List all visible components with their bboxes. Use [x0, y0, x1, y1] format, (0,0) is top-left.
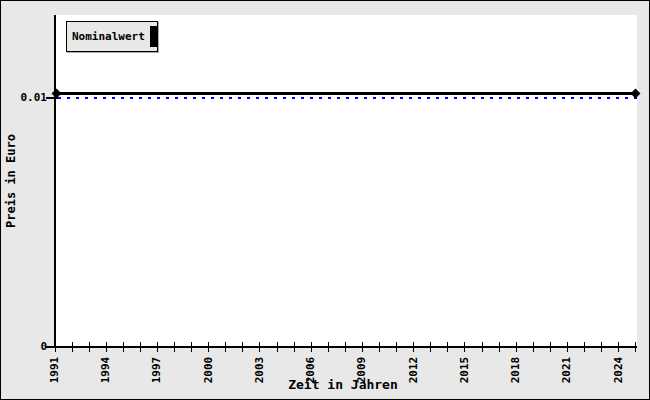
- chart-canvas: 1991199419972000200320062009201220152018…: [0, 0, 650, 400]
- x-tick: [464, 342, 465, 352]
- x-tick: [140, 342, 141, 352]
- x-tick: [550, 342, 551, 352]
- legend: Nominalwert: [66, 21, 158, 52]
- x-tick: [618, 342, 619, 352]
- legend-marker: [150, 26, 157, 47]
- x-tick: [123, 342, 124, 352]
- x-tick-label: 2021: [561, 354, 573, 386]
- x-tick-label: 1997: [151, 354, 163, 386]
- legend-label: Nominalwert: [72, 30, 145, 43]
- x-tick: [396, 342, 397, 352]
- x-tick: [584, 342, 585, 352]
- x-tick: [499, 342, 500, 352]
- x-tick: [516, 342, 517, 352]
- x-tick: [174, 342, 175, 352]
- x-tick: [294, 342, 295, 352]
- x-tick: [311, 342, 312, 352]
- x-tick: [635, 342, 636, 352]
- x-tick-label: 1991: [49, 354, 61, 386]
- x-tick: [447, 342, 448, 352]
- x-tick: [225, 342, 226, 352]
- x-tick: [601, 342, 602, 352]
- plot-area: [56, 15, 637, 346]
- y-axis-line: [54, 15, 56, 348]
- x-tick: [242, 342, 243, 352]
- x-tick: [328, 342, 329, 352]
- x-tick: [72, 342, 73, 352]
- x-tick: [430, 342, 431, 352]
- nominalwert-line: [55, 92, 636, 95]
- x-tick-label: 2015: [459, 354, 471, 386]
- x-tick: [362, 342, 363, 352]
- x-tick-label: 2018: [510, 354, 522, 386]
- x-tick: [191, 342, 192, 352]
- x-tick-label: 2000: [203, 354, 215, 386]
- y-tick-label: 0: [13, 341, 47, 353]
- x-tick: [567, 342, 568, 352]
- x-tick: [379, 342, 380, 352]
- reference-gridline: [58, 97, 637, 99]
- x-tick: [89, 342, 90, 352]
- x-tick: [157, 342, 158, 352]
- y-axis-title: Preis in Euro: [4, 126, 18, 236]
- y-tick: [46, 346, 59, 348]
- x-tick: [259, 342, 260, 352]
- x-tick: [208, 342, 209, 352]
- x-tick-label: 2024: [613, 354, 625, 386]
- x-tick: [277, 342, 278, 352]
- y-tick-label: 0.01: [13, 92, 47, 104]
- x-tick: [533, 342, 534, 352]
- x-tick-label: 1994: [100, 354, 112, 386]
- x-tick: [106, 342, 107, 352]
- x-axis-title: Zeit in Jahren: [243, 377, 443, 393]
- x-tick: [413, 342, 414, 352]
- x-tick: [482, 342, 483, 352]
- x-tick: [345, 342, 346, 352]
